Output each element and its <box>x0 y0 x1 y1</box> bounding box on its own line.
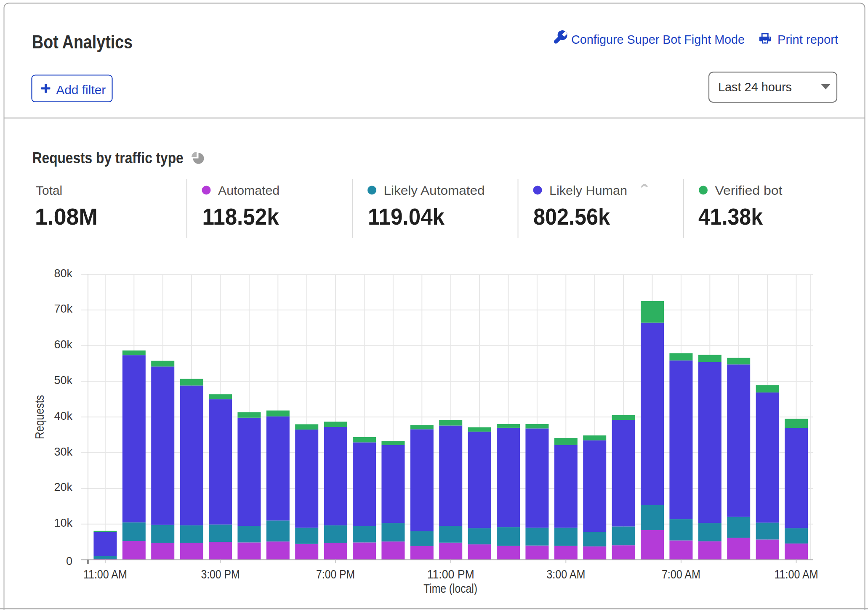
svg-text:7:00 AM: 7:00 AM <box>662 567 700 581</box>
svg-text:Total: Total <box>36 184 62 197</box>
svg-text:Requests by traffic type: Requests by traffic type <box>32 149 184 167</box>
svg-text:Add filter: Add filter <box>56 83 106 97</box>
svg-text:Automated: Automated <box>218 184 280 197</box>
svg-text:119.04k: 119.04k <box>368 204 445 230</box>
svg-text:1.08M: 1.08M <box>35 204 98 230</box>
svg-text:11:00 AM: 11:00 AM <box>83 567 127 581</box>
svg-text:11:00 AM: 11:00 AM <box>775 567 818 581</box>
svg-text:10k: 10k <box>54 517 72 529</box>
svg-text:3:00 PM: 3:00 PM <box>201 567 240 581</box>
svg-text:Requests: Requests <box>33 395 46 439</box>
svg-text:50k: 50k <box>54 374 72 387</box>
svg-text:40k: 40k <box>54 410 72 422</box>
svg-text:0: 0 <box>66 555 72 568</box>
svg-text:70k: 70k <box>54 302 72 315</box>
svg-text:20k: 20k <box>54 481 72 493</box>
svg-text:118.52k: 118.52k <box>202 204 279 230</box>
svg-text:Bot Analytics: Bot Analytics <box>32 32 133 52</box>
svg-text:30k: 30k <box>54 446 72 458</box>
svg-text:11:00 PM: 11:00 PM <box>427 567 474 581</box>
svg-text:Likely Automated: Likely Automated <box>384 184 485 197</box>
svg-text:Likely Human: Likely Human <box>549 184 627 197</box>
svg-text:Print report: Print report <box>777 33 838 46</box>
svg-text:41.38k: 41.38k <box>698 204 763 230</box>
svg-text:Last 24 hours: Last 24 hours <box>718 80 792 94</box>
svg-text:Verified bot: Verified bot <box>715 184 783 197</box>
svg-text:80k: 80k <box>54 267 72 280</box>
svg-text:60k: 60k <box>54 338 72 351</box>
svg-text:802.56k: 802.56k <box>533 204 610 230</box>
svg-text:Time (local): Time (local) <box>423 582 477 595</box>
svg-text:Configure Super Bot Fight Mode: Configure Super Bot Fight Mode <box>571 33 745 46</box>
svg-text:7:00 PM: 7:00 PM <box>316 567 355 581</box>
svg-text:3:00 AM: 3:00 AM <box>546 567 585 581</box>
